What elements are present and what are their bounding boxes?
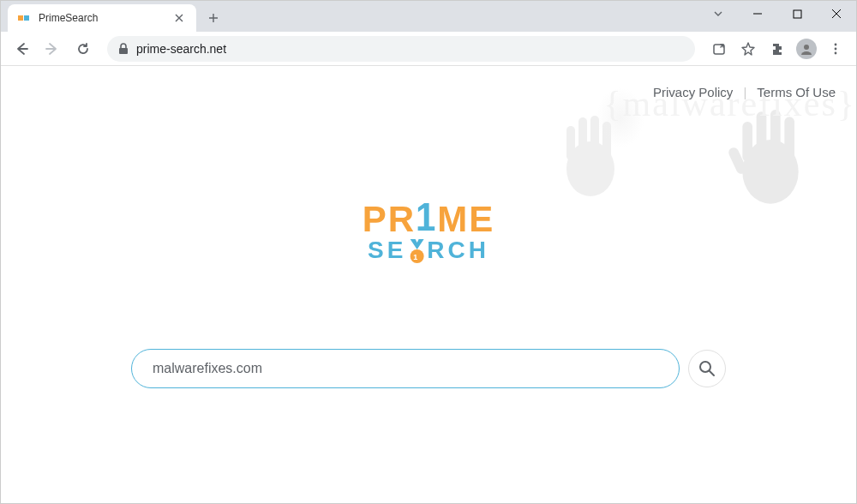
forward-button[interactable] — [39, 35, 66, 63]
page-content: {malwarefixes} Privacy Policy | Terms Of… — [1, 66, 856, 503]
close-icon[interactable] — [172, 11, 186, 25]
svg-point-6 — [835, 43, 837, 45]
svg-rect-2 — [794, 10, 801, 18]
svg-rect-16 — [566, 126, 575, 160]
profile-button[interactable] — [793, 35, 820, 63]
browser-titlebar: PrimeSearch — [1, 1, 856, 32]
url-text: prime-search.net — [136, 42, 226, 56]
site-logo: PR1ME SE 1 RCH — [363, 199, 495, 265]
svg-rect-18 — [590, 116, 599, 160]
menu-button[interactable] — [822, 35, 849, 63]
svg-rect-17 — [578, 117, 587, 160]
toolbar-actions — [705, 35, 849, 63]
svg-point-7 — [835, 47, 837, 50]
reload-button[interactable] — [69, 35, 97, 63]
svg-rect-13 — [784, 117, 794, 161]
logo-se: SE — [368, 237, 406, 263]
tab-title: PrimeSearch — [39, 12, 165, 24]
browser-tab[interactable]: PrimeSearch — [8, 4, 196, 32]
chevron-down-icon[interactable] — [705, 1, 731, 27]
close-window-button[interactable] — [817, 1, 856, 27]
window-controls — [705, 1, 856, 27]
header-links: Privacy Policy | Terms Of Use — [653, 85, 836, 99]
terms-of-use-link[interactable]: Terms Of Use — [757, 85, 836, 99]
svg-text:1: 1 — [413, 253, 421, 261]
svg-rect-1 — [24, 15, 29, 21]
watermark-handprint-icon — [719, 92, 822, 212]
svg-point-8 — [835, 51, 837, 54]
logo-rch: RCH — [427, 237, 489, 263]
search-icon — [698, 360, 716, 377]
lock-icon — [117, 43, 129, 55]
address-bar[interactable]: prime-search.net — [107, 36, 695, 62]
browser-toolbar: prime-search.net — [1, 32, 856, 66]
logo-pr: PR — [363, 199, 416, 239]
link-separator: | — [744, 85, 747, 99]
svg-rect-19 — [602, 122, 611, 160]
search-input[interactable] — [131, 349, 680, 388]
logo-me: ME — [437, 199, 494, 239]
maximize-button[interactable] — [777, 1, 817, 27]
back-button[interactable] — [8, 35, 35, 63]
logo-one: 1 — [416, 195, 437, 240]
svg-rect-0 — [18, 15, 23, 21]
svg-point-5 — [804, 45, 809, 50]
search-button[interactable] — [688, 350, 726, 387]
extensions-icon[interactable] — [764, 35, 791, 63]
watermark-handprint2-icon — [548, 100, 633, 203]
star-icon[interactable] — [734, 35, 762, 63]
new-tab-button[interactable] — [201, 6, 225, 30]
medal-icon: 1 — [406, 239, 427, 265]
tab-favicon-icon — [18, 11, 32, 25]
minimize-button[interactable] — [738, 1, 777, 27]
svg-point-22 — [700, 362, 710, 372]
svg-rect-10 — [742, 122, 752, 162]
avatar-icon — [796, 39, 817, 59]
search-area — [131, 349, 726, 388]
svg-rect-3 — [119, 48, 128, 54]
svg-rect-12 — [770, 110, 781, 162]
share-icon[interactable] — [705, 35, 733, 63]
privacy-policy-link[interactable]: Privacy Policy — [653, 85, 733, 99]
svg-rect-11 — [757, 111, 767, 161]
